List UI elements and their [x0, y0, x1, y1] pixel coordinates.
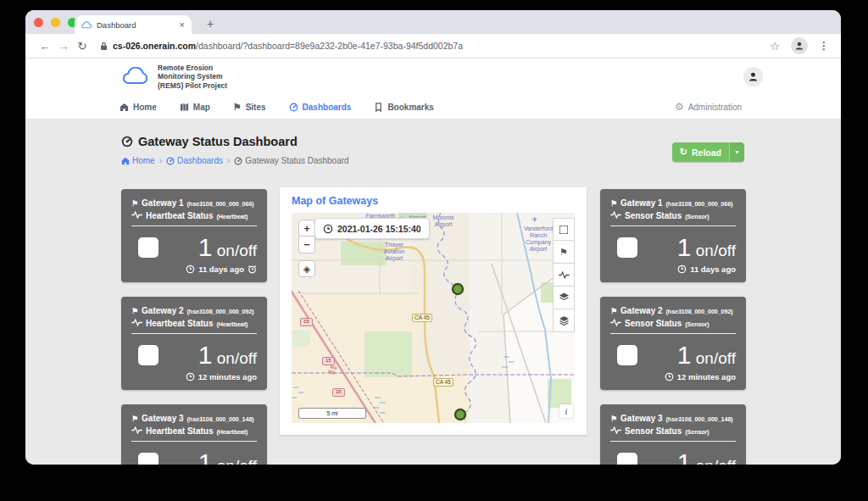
- nav-item-sites[interactable]: ⚑ Sites: [233, 102, 266, 113]
- status-value: 1 on/off: [198, 448, 257, 465]
- layers-icon: [559, 292, 570, 303]
- refresh-icon[interactable]: ↻: [73, 40, 92, 53]
- close-window-button[interactable]: [34, 18, 43, 27]
- interstate-shield: 15: [300, 318, 313, 326]
- zoom-in-button[interactable]: +: [298, 220, 315, 237]
- new-tab-button[interactable]: +: [202, 15, 219, 32]
- device-id: (hse3108_000_000_092): [666, 306, 733, 318]
- timestamp-text: 2021-01-26 15:15:40: [337, 224, 421, 234]
- url-domain: cs-026.onerain.com: [113, 41, 196, 51]
- gauge-icon: [289, 103, 298, 112]
- extent-select-tool[interactable]: [553, 218, 575, 241]
- status-type: (Heartbeat): [216, 426, 248, 438]
- reload-dropdown-button[interactable]: ▾: [729, 142, 744, 162]
- map-card: Map of Gateways: [280, 187, 587, 435]
- app-logo[interactable]: Remote Erosion Monitoring System (REMS) …: [121, 64, 227, 91]
- locate-button[interactable]: ◈: [298, 260, 315, 277]
- nav-label: Dashboards: [303, 103, 352, 112]
- map-title: Map of Gateways: [292, 195, 378, 207]
- sensor-waveform-icon: [610, 211, 621, 219]
- browser-window: Dashboard × + ← → ↻ cs-026.onerain.com/d…: [25, 10, 841, 465]
- status-type: (Heartbeat): [216, 319, 248, 331]
- scale-label: 5 mi: [326, 410, 337, 416]
- bookmark-star-icon[interactable]: ☆: [770, 40, 780, 53]
- sensor-waveform-icon: [610, 319, 621, 326]
- address-bar[interactable]: cs-026.onerain.com/dashboard/?dashboard=…: [100, 41, 770, 51]
- flag-icon: ⚑: [610, 306, 617, 318]
- basemap-tool[interactable]: [553, 309, 575, 332]
- flag-icon: ⚑: [233, 102, 242, 113]
- screenshot: Dashboard × + ← → ↻ cs-026.onerain.com/d…: [0, 0, 868, 501]
- plane-icon: ✈: [531, 215, 538, 224]
- map-label-moronis-airport: Moronis Airport: [426, 214, 461, 228]
- locate-icon: ◈: [303, 264, 310, 275]
- browser-tab-dashboard[interactable]: Dashboard ×: [75, 15, 192, 34]
- ago-text: 12 minutes ago: [677, 372, 736, 381]
- gateway-name: Gateway 3: [142, 413, 183, 425]
- ago-text: 11 days ago: [198, 264, 244, 274]
- attribution-button[interactable]: i: [559, 404, 573, 418]
- nav-item-map[interactable]: Map: [180, 103, 210, 112]
- clock-icon: [677, 264, 687, 274]
- gateway-marker-2[interactable]: [453, 284, 463, 294]
- page-title-text: Gateway Status Dashboard: [138, 135, 298, 148]
- reload-button[interactable]: ↻ Reload: [672, 142, 729, 162]
- minimize-window-button[interactable]: [51, 18, 60, 27]
- back-icon[interactable]: ←: [36, 40, 54, 53]
- tab-strip: Dashboard × +: [25, 10, 841, 34]
- browser-profile-avatar[interactable]: [791, 37, 808, 54]
- sensors-layer-tool[interactable]: [553, 264, 575, 287]
- dashed-square-icon: [559, 225, 568, 234]
- gateway2-heartbeat-card[interactable]: ⚑Gateway 2(hse3108_000_000_092) Heartbea…: [121, 297, 267, 390]
- layers-icon: [559, 315, 570, 326]
- gateway1-sensor-card[interactable]: ⚑Gateway 1(hse3108_000_000_066) Sensor S…: [600, 189, 746, 282]
- breadcrumb-dashboards[interactable]: Dashboards: [166, 156, 223, 165]
- nav-item-dashboards[interactable]: Dashboards: [289, 103, 352, 112]
- zoom-out-button[interactable]: −: [298, 237, 315, 253]
- breadcrumb-home[interactable]: Home: [121, 156, 155, 165]
- person-icon: [794, 41, 804, 51]
- user-avatar[interactable]: [743, 67, 763, 86]
- nav-label: Home: [133, 103, 157, 112]
- app-title-line3: (REMS) Pilot Project: [158, 81, 227, 91]
- status-value: 1 on/off: [198, 341, 257, 370]
- status-indicator-box: [617, 453, 637, 465]
- forward-icon[interactable]: →: [54, 40, 73, 53]
- gateway-marker-3[interactable]: [455, 409, 465, 420]
- nav-item-bookmarks[interactable]: Bookmarks: [374, 103, 433, 112]
- gateway3-heartbeat-card[interactable]: ⚑Gateway 3(hse3108_000_000_148) Heartbea…: [121, 404, 267, 465]
- map-canvas[interactable]: Farnsworth Airport Moronis Airport Thaye…: [292, 213, 575, 423]
- tab-title: Dashboard: [97, 20, 175, 30]
- status-type: (Heartbeat): [216, 211, 248, 223]
- chevron-down-icon: ▾: [735, 148, 738, 156]
- sensor-waveform-icon: [131, 211, 142, 219]
- sensor-waveform-icon: [559, 271, 570, 279]
- breadcrumb-separator: ›: [159, 156, 162, 165]
- device-id: (hse3108_000_000_148): [187, 414, 254, 426]
- device-id: (hse3108_000_000_148): [666, 414, 733, 426]
- layers-tool[interactable]: [553, 287, 575, 309]
- map-tool-stack: ⚑: [553, 218, 575, 332]
- gauge-icon: [121, 136, 133, 148]
- browser-menu-icon[interactable]: ⋮: [819, 40, 829, 52]
- reload-label: Reload: [692, 148, 721, 158]
- gateway2-sensor-card[interactable]: ⚑Gateway 2(hse3108_000_000_092) Sensor S…: [600, 297, 746, 390]
- nav-item-home[interactable]: Home: [120, 103, 157, 112]
- gateway-name: Gateway 3: [620, 413, 662, 425]
- gateway3-sensor-card[interactable]: ⚑Gateway 3(hse3108_000_000_148) Sensor S…: [600, 404, 746, 465]
- sites-layer-tool[interactable]: ⚑: [553, 241, 575, 264]
- status-type: (Sensor): [685, 319, 709, 331]
- dashboard-content: Gateway Status Dashboard Home › Dashboar…: [25, 120, 841, 465]
- gateway-name: Gateway 1: [142, 198, 183, 209]
- sensor-waveform-icon: [131, 319, 142, 326]
- gateway-name: Gateway 1: [620, 198, 662, 209]
- nav-item-administration[interactable]: ⚙ Administration: [675, 102, 742, 112]
- cloud-logo-icon: [121, 67, 150, 86]
- clock-icon: [665, 372, 674, 381]
- info-icon: i: [565, 407, 568, 416]
- tab-close-icon[interactable]: ×: [180, 20, 185, 30]
- status-name: Sensor Status: [625, 210, 682, 222]
- status-indicator-box: [138, 237, 159, 258]
- gateway1-heartbeat-card[interactable]: ⚑Gateway 1(hse3108_000_000_066) Heartbea…: [121, 189, 267, 282]
- status-value: 1 on/off: [198, 233, 257, 262]
